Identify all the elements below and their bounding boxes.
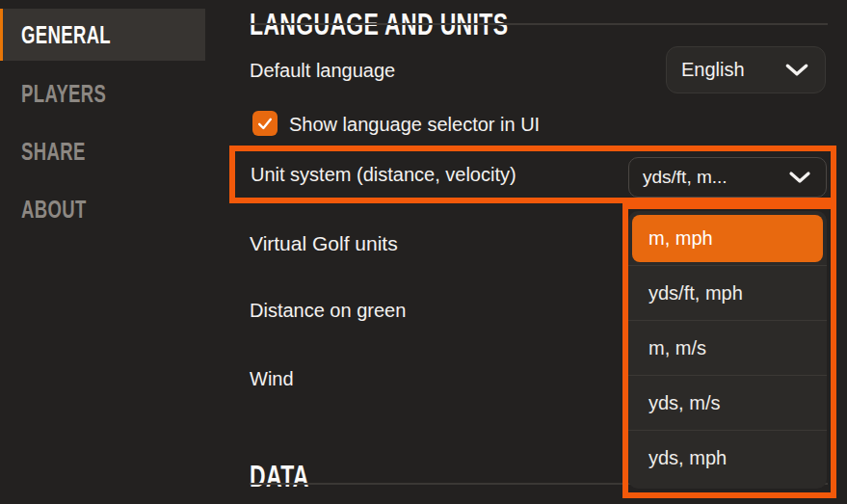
unit-system-label: Unit system (distance, velocity) [251, 164, 516, 186]
unit-system-select[interactable]: yds/ft, m... [628, 157, 827, 198]
sidebar-item-label: GENERAL [21, 21, 111, 49]
wind-label: Wind [250, 368, 294, 390]
dropdown-option-yds-mph[interactable]: yds, mph [628, 430, 827, 485]
sidebar-item-general[interactable]: GENERAL [0, 9, 205, 61]
dropdown-option-m-mph[interactable]: m, mph [632, 215, 823, 262]
unit-system-value: yds/ft, m... [643, 167, 728, 188]
distance-on-green-label: Distance on green [250, 300, 406, 322]
sidebar-item-label: SHARE [21, 138, 86, 166]
section-divider [250, 23, 828, 25]
section-title-data: DATA [250, 460, 331, 494]
checkmark-icon [255, 114, 275, 133]
chevron-down-icon [784, 63, 809, 77]
dropdown-option-ydsft-mph[interactable]: yds/ft, mph [628, 265, 827, 320]
show-language-selector-label: Show language selector in UI [289, 112, 540, 137]
sidebar-item-players[interactable]: PLAYERS [0, 67, 205, 119]
sidebar-item-label: ABOUT [21, 196, 87, 224]
default-language-label: Default language [250, 60, 395, 82]
settings-window: GENERAL PLAYERS SHARE ABOUT LANGUAGE AND… [0, 0, 847, 504]
show-language-selector-checkbox[interactable] [252, 111, 278, 136]
virtual-golf-units-label: Virtual Golf units [250, 232, 398, 255]
default-language-select[interactable]: English [666, 46, 826, 93]
sidebar-item-share[interactable]: SHARE [0, 125, 205, 177]
dropdown-option-yds-ms[interactable]: yds, m/s [628, 375, 827, 430]
dropdown-option-m-ms[interactable]: m, m/s [628, 320, 827, 375]
sidebar-item-label: PLAYERS [21, 80, 106, 108]
default-language-value: English [681, 59, 745, 81]
chevron-down-icon [788, 171, 811, 184]
unit-system-dropdown-list: m, mph yds/ft, mph m, m/s yds, m/s yds, … [628, 211, 827, 489]
sidebar-item-about[interactable]: ABOUT [0, 183, 205, 235]
